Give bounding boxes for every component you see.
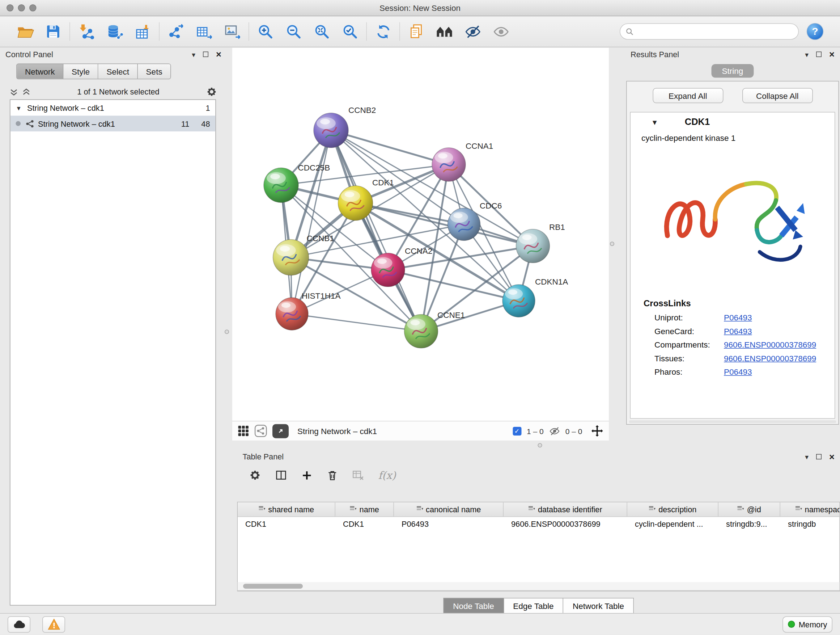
save-session-button[interactable] [43, 21, 64, 42]
table-panel: Table Panel ▾ × f(x) shared namenamecano… [237, 450, 840, 613]
import-network-database-button[interactable] [104, 21, 125, 42]
node-CDKN1A[interactable]: CDKN1A [502, 277, 568, 317]
crosslink-value[interactable]: 9606.ENSP00000378699 [724, 340, 816, 349]
network-view: CCNB2CCNA1CDC25BCDK1CDC6RB1CCNB1CCNA2CDK… [232, 48, 609, 440]
node-CDK1[interactable]: CDK1 [338, 178, 394, 220]
show-columns-icon[interactable] [275, 469, 287, 481]
zoom-in-button[interactable] [255, 21, 276, 42]
close-panel-icon[interactable]: × [829, 50, 835, 59]
zoom-group [249, 21, 366, 42]
show-all-button[interactable] [491, 21, 511, 42]
duplicate-network-button[interactable] [406, 21, 426, 42]
open-session-button[interactable] [15, 21, 35, 42]
right-splitter-handle[interactable] [610, 242, 614, 246]
export-image-button[interactable] [222, 21, 243, 42]
warning-icon [47, 619, 60, 630]
memory-button[interactable]: Memory [783, 616, 832, 632]
tab-select[interactable]: Select [98, 64, 138, 79]
results-scrollbar[interactable] [629, 420, 836, 423]
search-field[interactable] [620, 24, 799, 40]
graphics-details-button[interactable] [434, 21, 455, 42]
search-input[interactable] [638, 27, 793, 36]
table-row[interactable]: CDK1CDK1P064939606.ENSP00000378699cyclin… [238, 517, 840, 532]
edge-HIST1H1A-CCNE1[interactable] [292, 314, 421, 331]
column-header-canonical-name[interactable]: canonical name [394, 502, 504, 516]
tab-string[interactable]: String [712, 64, 754, 78]
close-panel-icon[interactable]: × [216, 50, 221, 59]
zoom-selected-button[interactable] [340, 21, 360, 42]
refresh-view-button[interactable] [373, 21, 393, 42]
network-canvas[interactable]: CCNB2CCNA1CDC25BCDK1CDC6RB1CCNB1CCNA2CDK… [232, 48, 609, 421]
zoom-out-button[interactable] [283, 21, 304, 42]
node-CDC6[interactable]: CDC6 [448, 201, 502, 241]
birdseye-view-icon[interactable] [255, 424, 267, 437]
node-label-CCNE1: CCNE1 [437, 310, 465, 320]
detach-view-button[interactable] [272, 424, 289, 438]
grid-view-icon[interactable] [238, 425, 249, 437]
table-settings-gear-icon[interactable] [249, 469, 261, 481]
collapse-panel-icon[interactable]: ▾ [805, 51, 808, 58]
column-header--id[interactable]: @id [718, 502, 780, 516]
bottom-splitter-handle[interactable] [538, 443, 542, 448]
crosslink-value[interactable]: P06493 [724, 367, 752, 377]
edge-CCNB2-CCNA1[interactable] [331, 130, 449, 165]
export-table-button[interactable] [194, 21, 215, 42]
left-splitter-handle[interactable] [225, 330, 229, 334]
tab-edge-table[interactable]: Edge Table [504, 598, 564, 614]
refresh-group [367, 21, 399, 42]
tab-network[interactable]: Network [17, 64, 64, 79]
cloud-service-button[interactable] [8, 616, 30, 632]
crosslink-value[interactable]: P06493 [724, 313, 752, 322]
column-header-name[interactable]: name [335, 502, 394, 516]
network-collection-row[interactable]: ▼ String Network – cdk1 1 [11, 100, 216, 116]
tab-sets[interactable]: Sets [138, 64, 171, 79]
table-cell: cyclin-dependent ... [627, 517, 718, 532]
add-column-icon[interactable] [302, 470, 313, 481]
float-panel-icon[interactable] [203, 52, 208, 57]
import-network-file-button[interactable] [76, 21, 96, 42]
export-network-button[interactable] [166, 21, 186, 42]
import-table-button[interactable] [133, 21, 153, 42]
column-header-namespac[interactable]: namespac [780, 502, 840, 516]
gene-section-header[interactable]: ▼ CDK1 [630, 112, 835, 132]
column-header-shared-name[interactable]: shared name [238, 502, 335, 516]
section-collapse-icon[interactable]: ▼ [651, 118, 658, 126]
delete-column-icon[interactable] [327, 470, 338, 481]
column-header-description[interactable]: description [627, 502, 718, 516]
node-CCNA1[interactable]: CCNA1 [432, 141, 493, 181]
collapse-all-icon[interactable] [10, 88, 18, 96]
hide-selected-button[interactable] [462, 21, 483, 42]
help-button[interactable]: ? [805, 21, 826, 42]
float-panel-icon[interactable] [816, 52, 821, 57]
node-RB1[interactable]: RB1 [516, 223, 565, 263]
collapse-panel-icon[interactable]: ▾ [192, 51, 195, 58]
warnings-button[interactable] [42, 616, 65, 632]
node-HIST1H1A[interactable]: HIST1H1A [276, 291, 341, 330]
network-options-gear-icon[interactable] [206, 87, 217, 97]
float-panel-icon[interactable] [816, 454, 821, 459]
tab-node-table[interactable]: Node Table [443, 598, 504, 614]
column-header-database-identifier[interactable]: database identifier [504, 502, 627, 516]
tab-style[interactable]: Style [64, 64, 99, 79]
table-hscrollbar[interactable] [237, 582, 840, 591]
help-icon: ? [806, 22, 824, 41]
collapse-all-button[interactable]: Collapse All [742, 88, 813, 103]
edge-CCNB2-CCNE1[interactable] [331, 130, 421, 331]
scrollbar-thumb[interactable] [243, 584, 303, 589]
tree-disclosure-icon[interactable]: ▼ [16, 105, 24, 111]
expand-all-icon[interactable] [22, 88, 31, 96]
tab-network-table[interactable]: Network Table [563, 598, 634, 614]
gene-description: cyclin-dependent kinase 1 [630, 132, 835, 143]
close-panel-icon[interactable]: × [829, 452, 835, 462]
edge-CCNB2-HIST1H1A[interactable] [292, 130, 331, 314]
crosslink-value[interactable]: 9606.ENSP00000378699 [724, 354, 816, 363]
edge-CCNA2-CDKN1A[interactable] [388, 270, 519, 301]
zoom-fit-button[interactable] [311, 21, 332, 42]
selected-checkbox[interactable]: ✓ [513, 426, 521, 435]
collapse-panel-icon[interactable]: ▾ [805, 453, 808, 461]
crosslink-value[interactable]: P06493 [724, 326, 752, 336]
node-CCNE1[interactable]: CCNE1 [404, 310, 465, 348]
network-row[interactable]: String Network – cdk1 11 48 [11, 116, 216, 132]
expand-all-button[interactable]: Expand All [653, 88, 723, 103]
pan-tool-icon[interactable] [591, 424, 604, 437]
